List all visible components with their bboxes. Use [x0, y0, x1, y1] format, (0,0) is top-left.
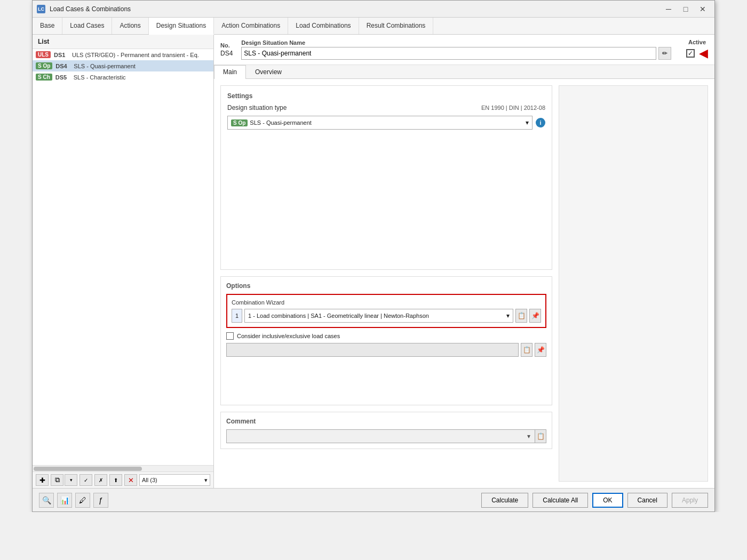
design-type-label: Design situation type: [227, 104, 287, 111]
delete-button[interactable]: ✕: [124, 474, 137, 486]
combo-wizard-text: 1 - Load combinations | SA1 - Geometrica…: [248, 313, 504, 319]
ok-button[interactable]: OK: [592, 493, 623, 508]
comment-chevron-icon: ▾: [527, 433, 530, 440]
options-section: Options Combination Wizard 1 1 - Load co…: [220, 276, 552, 405]
main-tabbar: Base Load Cases Actions Design Situation…: [33, 18, 714, 35]
inclusive-dropdown: [226, 343, 519, 357]
tab-action-combinations[interactable]: Action Combinations: [214, 18, 288, 34]
inclusive-exclusive-checkbox[interactable]: [226, 332, 234, 340]
scroll-thumb: [34, 467, 142, 471]
badge-sop: S Op: [36, 62, 52, 69]
main-window: LC Load Cases & Combinations ─ □ ✕ Base …: [32, 0, 715, 512]
form-main-column: Settings Design situation type EN 1990 |…: [220, 85, 552, 482]
tab-load-combinations[interactable]: Load Combinations: [288, 18, 359, 34]
comment-section: Comment ▾ 📋: [220, 412, 552, 449]
design-type-value: EN 1990 | DIN | 2012-08: [481, 105, 545, 111]
function-footer-button[interactable]: ƒ: [93, 493, 108, 508]
combo-wizard-dropdown[interactable]: 1 - Load combinations | SA1 - Geometrica…: [244, 309, 513, 323]
comment-title: Comment: [226, 418, 546, 425]
settings-section: Settings Design situation type EN 1990 |…: [220, 85, 552, 270]
form-content: Settings Design situation type EN 1990 |…: [214, 79, 714, 488]
list-item[interactable]: ULS DS1 ULS (STR/GEO) - Permanent and tr…: [33, 49, 213, 60]
combo-wizard-row: 1 1 - Load combinations | SA1 - Geometri…: [232, 309, 541, 323]
design-type-dropdown[interactable]: S Op SLS - Quasi-permanent ▾: [227, 116, 533, 130]
titlebar: LC Load Cases & Combinations ─ □ ✕: [33, 1, 714, 18]
settings-title: Settings: [227, 92, 545, 100]
ds-desc: SLS - Quasi-permanent: [74, 63, 136, 69]
ds-desc: ULS (STR/GEO) - Permanent and transient …: [72, 52, 199, 58]
close-button[interactable]: ✕: [695, 4, 710, 14]
options-empty-area: [226, 357, 546, 399]
dropdown-text: SLS - Quasi-permanent: [250, 119, 523, 126]
apply-button[interactable]: Apply: [672, 493, 708, 508]
ds-number: DS5: [55, 74, 70, 81]
design-name-field: Design Situation Name ✏: [241, 39, 671, 60]
table-footer-button[interactable]: 📊: [57, 493, 72, 508]
filter-dropdown[interactable]: All (3) ▾: [139, 474, 210, 486]
comment-dropdown[interactable]: [226, 429, 536, 443]
app-icon: LC: [37, 5, 45, 13]
calculate-all-button[interactable]: Calculate All: [533, 493, 588, 508]
settings-footer-button[interactable]: 🖊: [75, 493, 90, 508]
tab-design-situations[interactable]: Design Situations: [149, 18, 214, 35]
ds-number: DS4: [55, 63, 70, 69]
badge-uls: ULS: [36, 51, 51, 58]
tab-load-cases[interactable]: Load Cases: [62, 18, 112, 34]
options-title: Options: [226, 282, 546, 290]
combination-wizard: Combination Wizard 1 1 - Load combinatio…: [226, 294, 546, 328]
info-icon[interactable]: i: [536, 118, 545, 127]
maximize-button[interactable]: □: [678, 4, 693, 14]
cancel-button[interactable]: Cancel: [627, 493, 667, 508]
tab-overview[interactable]: Overview: [246, 65, 291, 78]
horizontal-scrollbar[interactable]: [33, 465, 213, 471]
combo-wizard-edit-button[interactable]: 📌: [529, 309, 541, 323]
combo-wizard-label: Combination Wizard: [232, 299, 541, 306]
list-item[interactable]: S Ch DS5 SLS - Characteristic: [33, 71, 213, 83]
footer: 🔍 📊 🖊 ƒ Calculate Calculate All OK Cance…: [33, 488, 714, 511]
edit-name-button[interactable]: ✏: [658, 47, 671, 60]
uncheck-all-button[interactable]: ✗: [94, 474, 107, 486]
form-tabbar: Main Overview: [214, 65, 714, 79]
ds-desc: SLS - Characteristic: [74, 74, 126, 81]
list-toolbar: ✚ ⧉ ▾ ✓ ✗ ⬆ ✕ All (3) ▾: [33, 471, 213, 488]
inclusive-exclusive-row: Consider inclusive/exclusive load cases: [226, 332, 546, 340]
no-label: No.: [220, 42, 233, 49]
list-item-selected[interactable]: S Op DS4 SLS - Quasi-permanent: [33, 60, 213, 71]
active-checkbox[interactable]: [686, 49, 695, 58]
inclusive-exclusive-label: Consider inclusive/exclusive load cases: [237, 333, 340, 339]
dropdown-badge: S Op: [231, 119, 248, 126]
tab-base[interactable]: Base: [33, 18, 62, 34]
design-name-input[interactable]: [241, 47, 656, 60]
import-button[interactable]: ⬆: [109, 474, 122, 486]
list-header: List: [33, 35, 213, 49]
search-footer-button[interactable]: 🔍: [39, 493, 54, 508]
minimize-button[interactable]: ─: [661, 4, 676, 14]
calculate-button[interactable]: Calculate: [481, 493, 528, 508]
add-item-button[interactable]: ✚: [36, 474, 49, 486]
dropdown-chevron-icon: ▾: [526, 119, 529, 126]
left-panel: List ULS DS1 ULS (STR/GEO) - Permanent a…: [33, 35, 214, 488]
inclusive-edit-button[interactable]: 📌: [535, 343, 546, 357]
main-area: List ULS DS1 ULS (STR/GEO) - Permanent a…: [33, 35, 714, 488]
inclusive-add-button[interactable]: 📋: [521, 343, 533, 357]
window-title: Load Cases & Combinations: [50, 5, 657, 13]
list-scroll[interactable]: ULS DS1 ULS (STR/GEO) - Permanent and tr…: [33, 49, 213, 465]
tab-actions[interactable]: Actions: [112, 18, 148, 34]
design-name-input-row: ✏: [241, 47, 671, 60]
active-arrow-indicator: ◀: [699, 46, 708, 60]
active-checkbox-container: ◀: [686, 46, 708, 60]
design-type-dropdown-row: S Op SLS - Quasi-permanent ▾ i: [227, 116, 545, 130]
tab-result-combinations[interactable]: Result Combinations: [359, 18, 434, 34]
check-all-button[interactable]: ✓: [80, 474, 92, 486]
combo-wizard-add-button[interactable]: 📋: [515, 309, 527, 323]
comment-copy-button[interactable]: 📋: [535, 429, 546, 443]
name-label: Design Situation Name: [241, 39, 671, 46]
copy-button[interactable]: ⧉: [51, 474, 63, 486]
copy-dropdown-button[interactable]: ▾: [65, 474, 77, 486]
form-right-column: [559, 85, 708, 482]
form-header: No. DS4 Design Situation Name ✏ Active: [214, 35, 714, 65]
settings-empty-area: [227, 130, 545, 263]
no-value: DS4: [220, 50, 233, 57]
tab-main[interactable]: Main: [214, 65, 246, 79]
right-panel: No. DS4 Design Situation Name ✏ Active: [214, 35, 714, 488]
